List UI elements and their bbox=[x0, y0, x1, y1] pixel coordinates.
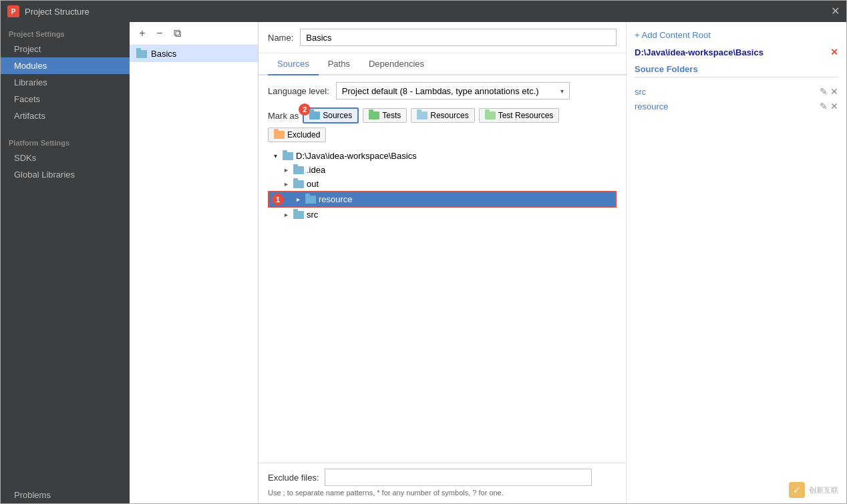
testres-btn-label: Test Resources bbox=[498, 111, 554, 120]
resource-folder-icon bbox=[305, 196, 316, 204]
module-name: Basics bbox=[151, 49, 176, 59]
tree-src[interactable]: ▸ src bbox=[268, 208, 617, 222]
source-folders-title: Source Folders bbox=[635, 64, 838, 77]
add-content-root-button[interactable]: + Add Content Root bbox=[635, 30, 838, 40]
idea-arrow: ▸ bbox=[281, 166, 291, 174]
sources-btn-label: Sources bbox=[323, 111, 352, 120]
module-item-basics[interactable]: Basics bbox=[130, 45, 258, 62]
tests-btn-label: Tests bbox=[382, 111, 401, 120]
right-panel: + Add Content Root D:\Java\idea-workspac… bbox=[626, 22, 846, 503]
remove-module-button[interactable]: − bbox=[152, 26, 167, 41]
tabs: Sources Paths Dependencies bbox=[259, 53, 626, 75]
watermark: ✓ 创新互联 bbox=[789, 482, 838, 498]
content-root-close-button[interactable]: ✕ bbox=[830, 47, 838, 57]
module-panel: + − ⧉ Basics bbox=[130, 22, 259, 503]
idea-folder-icon bbox=[293, 166, 304, 174]
source-folder-resource: resource ✎ ✕ bbox=[635, 99, 838, 113]
mark-sources-button[interactable]: 2 Sources bbox=[303, 107, 359, 123]
language-level-select[interactable]: Project default (8 - Lambdas, type annot… bbox=[336, 82, 570, 99]
name-label: Name: bbox=[268, 33, 293, 43]
module-list: Basics bbox=[130, 45, 258, 503]
exclude-label: Exclude files: bbox=[268, 473, 319, 483]
sidebar-item-global-libraries[interactable]: Global Libraries bbox=[1, 166, 130, 183]
src-name: src bbox=[307, 210, 318, 220]
tests-folder-icon bbox=[369, 111, 379, 119]
watermark-icon: ✓ bbox=[789, 482, 805, 498]
content-root-path-row: D:\Java\idea-workspace\Basics ✕ bbox=[635, 47, 838, 57]
mark-resources-button[interactable]: Resources bbox=[411, 108, 474, 123]
out-arrow: ▸ bbox=[281, 180, 291, 188]
mark-test-resources-button[interactable]: Test Resources bbox=[479, 108, 560, 123]
excluded-btn-label: Excluded bbox=[287, 130, 320, 140]
mark-excluded-button[interactable]: Excluded bbox=[268, 128, 326, 142]
mark-as-row: Mark as 2 Sources Tests Resources bbox=[268, 107, 617, 142]
tree-idea[interactable]: ▸ .idea bbox=[268, 163, 617, 177]
language-level-label: Language level: bbox=[268, 86, 329, 96]
tree-out[interactable]: ▸ out bbox=[268, 177, 617, 191]
root-folder-icon bbox=[283, 152, 293, 160]
resource-arrow: ▸ bbox=[293, 196, 303, 203]
bottom-area: Exclude files: Use ; to separate name pa… bbox=[259, 463, 626, 503]
source-folder-src-actions: ✎ ✕ bbox=[820, 86, 838, 97]
file-tree: ▾ D:\Java\idea-workspace\Basics ▸ .idea … bbox=[268, 149, 617, 222]
source-folders-list: src ✎ ✕ resource ✎ ✕ bbox=[635, 84, 838, 113]
title-bar: P Project Structure ✕ bbox=[1, 1, 846, 22]
source-folder-resource-actions: ✎ ✕ bbox=[820, 101, 838, 111]
content-area: Language level: Project default (8 - Lam… bbox=[259, 75, 626, 463]
main-panel: Name: Sources Paths Dependencies Languag… bbox=[259, 22, 626, 503]
sidebar-item-libraries[interactable]: Libraries bbox=[1, 74, 130, 91]
language-level-row: Language level: Project default (8 - Lam… bbox=[268, 82, 617, 99]
name-row: Name: bbox=[259, 22, 626, 53]
watermark-text: 创新互联 bbox=[809, 485, 838, 495]
out-name: out bbox=[307, 179, 319, 189]
tree-root[interactable]: ▾ D:\Java\idea-workspace\Basics bbox=[268, 149, 617, 163]
tab-paths[interactable]: Paths bbox=[319, 53, 359, 75]
tab-sources[interactable]: Sources bbox=[268, 53, 319, 75]
module-folder-icon bbox=[136, 50, 147, 58]
sidebar-item-problems[interactable]: Problems bbox=[1, 487, 130, 503]
window-title: Project Structure bbox=[25, 7, 90, 17]
language-level-value: Project default (8 - Lambdas, type annot… bbox=[342, 86, 560, 96]
content-root-path-text: D:\Java\idea-workspace\Basics bbox=[635, 47, 764, 57]
sidebar-item-project[interactable]: Project bbox=[1, 41, 130, 57]
badge-1: 1 bbox=[272, 194, 284, 206]
close-button[interactable]: ✕ bbox=[831, 6, 840, 17]
out-folder-icon bbox=[293, 180, 304, 188]
name-input[interactable] bbox=[300, 29, 617, 46]
source-folder-src: src ✎ ✕ bbox=[635, 84, 838, 99]
tab-dependencies[interactable]: Dependencies bbox=[359, 53, 434, 75]
exclude-row: Exclude files: bbox=[268, 469, 617, 486]
app-icon: P bbox=[7, 5, 19, 17]
sidebar: Project Settings Project Modules Librari… bbox=[1, 22, 130, 503]
platform-settings-title: Platform Settings bbox=[1, 131, 130, 150]
root-arrow: ▾ bbox=[271, 152, 280, 160]
mark-tests-button[interactable]: Tests bbox=[363, 108, 407, 123]
copy-module-button[interactable]: ⧉ bbox=[170, 26, 184, 41]
sources-folder-icon bbox=[309, 111, 320, 119]
exclude-input[interactable] bbox=[325, 469, 592, 486]
add-module-button[interactable]: + bbox=[135, 26, 150, 41]
sidebar-item-sdks[interactable]: SDKs bbox=[1, 150, 130, 166]
testres-folder-icon bbox=[485, 111, 496, 119]
src-arrow: ▸ bbox=[281, 211, 291, 218]
src-folder-icon bbox=[293, 211, 304, 219]
resources-btn-label: Resources bbox=[430, 111, 468, 120]
sidebar-item-artifacts[interactable]: Artifacts bbox=[1, 107, 130, 124]
remove-resource-button[interactable]: ✕ bbox=[830, 101, 838, 111]
mark-as-label: Mark as bbox=[268, 111, 299, 121]
edit-resource-button[interactable]: ✎ bbox=[820, 101, 828, 111]
resources-folder-icon bbox=[417, 111, 428, 119]
tree-resource[interactable]: 1 ▸ resource bbox=[268, 191, 617, 208]
source-folder-resource-name: resource bbox=[635, 101, 669, 111]
excluded-folder-icon bbox=[274, 131, 285, 139]
language-level-arrow: ▾ bbox=[560, 87, 564, 95]
remove-src-button[interactable]: ✕ bbox=[830, 86, 838, 97]
exclude-hint: Use ; to separate name patterns, * for a… bbox=[268, 489, 617, 501]
root-path: D:\Java\idea-workspace\Basics bbox=[296, 151, 417, 161]
edit-src-button[interactable]: ✎ bbox=[820, 86, 828, 97]
sidebar-item-facets[interactable]: Facets bbox=[1, 91, 130, 107]
module-toolbar: + − ⧉ bbox=[130, 22, 258, 45]
resource-name: resource bbox=[319, 194, 353, 204]
idea-name: .idea bbox=[307, 165, 325, 175]
sidebar-item-modules[interactable]: Modules bbox=[1, 57, 130, 74]
